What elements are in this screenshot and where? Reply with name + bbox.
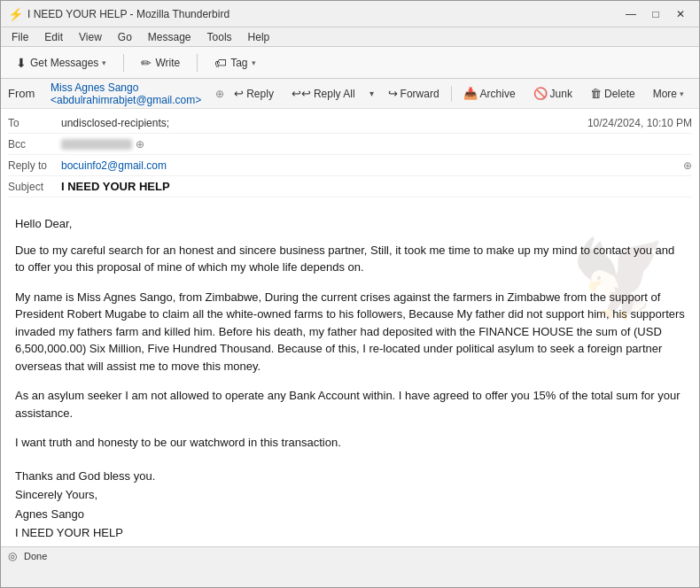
- window-controls: — □ ✕: [619, 5, 692, 23]
- closing-3: Agnes Sango: [15, 506, 685, 523]
- tag-dropdown-icon[interactable]: ▾: [252, 58, 256, 67]
- forward-icon: ↪: [388, 87, 398, 100]
- replyto-info-icon[interactable]: ⊕: [683, 159, 692, 172]
- closing-4: I NEED YOUR HELP: [15, 524, 685, 542]
- action-bar: From Miss Agnes Sango <abdulrahimrabjet@…: [1, 79, 699, 109]
- more-dropdown-icon: ▾: [680, 89, 684, 98]
- menu-bar: File Edit View Go Message Tools Help: [1, 27, 699, 47]
- to-value: undisclosed-recipients;: [61, 117, 587, 129]
- sender-address: Miss Agnes Sango <abdulrahimrabjet@gmail…: [51, 81, 212, 106]
- window-title: I NEED YOUR HELP - Mozilla Thunderbird: [27, 8, 229, 20]
- menu-view[interactable]: View: [72, 29, 109, 45]
- paragraph-1: Due to my careful search for an honest a…: [15, 242, 685, 276]
- reply-all-button[interactable]: ↩↩ Reply All: [284, 82, 363, 104]
- get-messages-dropdown-icon[interactable]: ▾: [102, 58, 106, 67]
- menu-message[interactable]: Message: [141, 29, 198, 45]
- action-separator-1: [451, 86, 452, 102]
- delete-button[interactable]: 🗑 Delete: [582, 82, 643, 104]
- reply-button[interactable]: ↩ Reply: [226, 82, 282, 104]
- delete-icon: 🗑: [590, 87, 602, 100]
- reply-all-dropdown-button[interactable]: ▾: [365, 84, 378, 103]
- menu-help[interactable]: Help: [241, 29, 277, 45]
- close-button[interactable]: ✕: [669, 5, 692, 23]
- menu-edit[interactable]: Edit: [37, 29, 70, 45]
- junk-button[interactable]: 🚫 Junk: [525, 82, 580, 104]
- status-text: Done: [24, 551, 47, 561]
- bcc-label: Bcc: [8, 138, 61, 151]
- paragraph-2: My name is Miss Agnes Sango, from Zimbab…: [15, 289, 685, 375]
- toolbar: ⬇ Get Messages ▾ ✏ Write 🏷 Tag ▾: [1, 47, 699, 79]
- toolbar-separator-1: [123, 54, 124, 72]
- closing-2: Sincerely Yours,: [15, 486, 685, 504]
- from-label: From: [8, 87, 43, 100]
- title-bar: ⚡ I NEED YOUR HELP - Mozilla Thunderbird…: [1, 1, 699, 27]
- minimize-button[interactable]: —: [619, 5, 642, 23]
- menu-file[interactable]: File: [4, 29, 35, 45]
- to-row: To undisclosed-recipients; 10/24/2024, 1…: [8, 112, 692, 134]
- get-messages-button[interactable]: ⬇ Get Messages ▾: [6, 51, 116, 74]
- write-button[interactable]: ✏ Write: [131, 51, 190, 74]
- menu-tools[interactable]: Tools: [200, 29, 239, 45]
- closing-1: Thanks and God bless you.: [15, 468, 685, 485]
- archive-button[interactable]: 📥 Archive: [455, 82, 524, 104]
- app-icon: ⚡: [8, 7, 22, 21]
- status-icon: ◎: [8, 550, 17, 562]
- paragraph-3: As an asylum seeker I am not allowed to …: [15, 387, 685, 422]
- bcc-info-icon[interactable]: ⊕: [136, 138, 144, 151]
- to-label: To: [8, 117, 61, 129]
- header-fields: To undisclosed-recipients; 10/24/2024, 1…: [1, 109, 699, 201]
- maximize-button[interactable]: □: [644, 5, 667, 23]
- status-bar: ◎ Done: [1, 546, 699, 564]
- replyto-label: Reply to: [8, 159, 61, 172]
- email-body: 🦅 Hello Dear, Due to my careful search f…: [1, 201, 699, 546]
- toolbar-separator-2: [197, 54, 198, 72]
- menu-go[interactable]: Go: [111, 29, 139, 45]
- date-value: 10/24/2024, 10:10 PM: [587, 117, 692, 129]
- write-icon: ✏: [141, 56, 152, 70]
- paragraph-4: I want truth and honesty to be our watch…: [15, 434, 685, 452]
- subject-label: Subject: [8, 181, 61, 193]
- subject-value: I NEED YOUR HELP: [61, 180, 692, 193]
- greeting: Hello Dear,: [15, 215, 685, 233]
- get-messages-icon: ⬇: [16, 56, 27, 70]
- archive-icon: 📥: [463, 87, 478, 100]
- email-content: From Miss Agnes Sango <abdulrahimrabjet@…: [1, 79, 699, 546]
- bcc-value: [61, 139, 132, 150]
- bcc-row: Bcc ⊕: [8, 134, 692, 155]
- tag-button[interactable]: 🏷 Tag ▾: [205, 51, 265, 74]
- forward-button[interactable]: ↪ Forward: [380, 82, 447, 104]
- replyto-row: Reply to bocuinfo2@gmail.com ⊕: [8, 155, 692, 176]
- reply-all-icon: ↩↩: [292, 87, 311, 100]
- tag-icon: 🏷: [214, 56, 227, 70]
- subject-row: Subject I NEED YOUR HELP: [8, 176, 692, 197]
- junk-icon: 🚫: [533, 87, 548, 100]
- sender-info-icon[interactable]: ⊕: [215, 88, 224, 100]
- reply-icon: ↩: [234, 87, 244, 100]
- replyto-value: bocuinfo2@gmail.com: [61, 159, 680, 172]
- more-button[interactable]: More ▾: [645, 83, 692, 104]
